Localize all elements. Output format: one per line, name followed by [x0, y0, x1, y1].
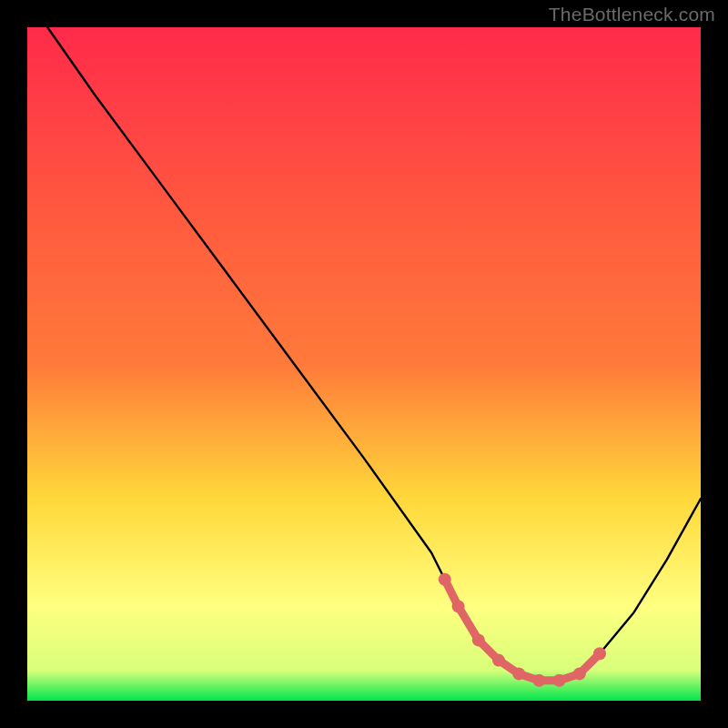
optimal-range-point [512, 667, 525, 680]
bottleneck-chart [0, 0, 728, 728]
gradient-background [27, 27, 701, 701]
optimal-range-point [439, 573, 451, 586]
optimal-range-point [492, 654, 505, 667]
optimal-range-point [593, 647, 606, 660]
attribution-text: TheBottleneck.com [549, 4, 715, 25]
optimal-range-point [452, 600, 465, 612]
chart-container: TheBottleneck.com [0, 0, 728, 728]
optimal-range-point [573, 667, 586, 680]
optimal-range-point [472, 633, 485, 646]
optimal-range-point [532, 674, 545, 687]
optimal-range-point [553, 674, 566, 687]
